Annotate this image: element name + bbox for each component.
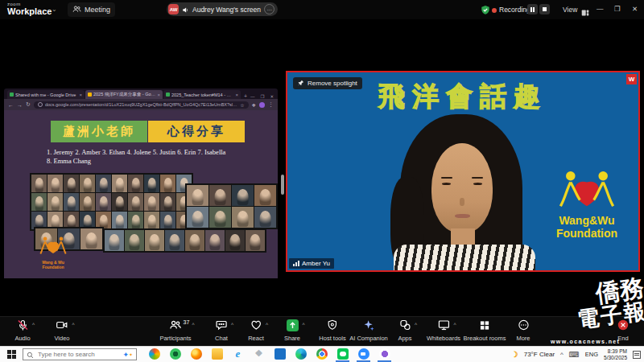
stop-recording-button[interactable] xyxy=(539,4,550,14)
pin-icon xyxy=(298,80,304,88)
zoom-app-taskbar-button[interactable] xyxy=(357,347,370,362)
tray-expand-icon[interactable]: ^ xyxy=(560,351,564,358)
zoom-app-icon xyxy=(358,348,369,360)
search-icon xyxy=(27,348,34,362)
participant-thumbnail xyxy=(128,193,143,211)
participant-thumbnail xyxy=(160,193,175,211)
dropbox-taskbar-button[interactable]: ❖ xyxy=(252,347,266,362)
participant-thumbnail xyxy=(144,212,159,229)
language-indicator[interactable]: ENG xyxy=(585,351,598,358)
participant-thumbnail xyxy=(128,212,143,229)
line-taskbar-button[interactable] xyxy=(336,347,349,362)
copilot-taskbar-button[interactable] xyxy=(147,347,161,362)
ai-companion-button[interactable]: AI Companion xyxy=(349,320,388,342)
presentation-slide: 蘆洲小老師 心得分享 1. Jeremy 2. Amber 3. Ethan 4… xyxy=(4,110,278,278)
minimize-button[interactable]: — xyxy=(597,5,604,13)
camera-icon xyxy=(56,319,68,334)
chevron-up-icon[interactable]: ^ xyxy=(266,322,268,327)
line-icon xyxy=(337,348,349,360)
shared-screen-pill[interactable]: AW Audrey Wang's screen ⋯ xyxy=(167,2,278,16)
meeting-tab-label: Meeting xyxy=(85,6,110,14)
store-icon xyxy=(275,348,286,360)
chevron-up-icon[interactable]: ^ xyxy=(192,322,195,327)
store-taskbar-button[interactable] xyxy=(273,347,287,362)
participant-thumbnail xyxy=(112,193,127,211)
participant-thumbnail xyxy=(64,175,79,192)
browser-tab: 2025_Teacher token#M14 - Go... × xyxy=(163,90,241,99)
people-icon xyxy=(72,5,81,15)
maximize-button[interactable]: ❐ xyxy=(614,5,621,13)
whiteboards-button[interactable]: ^ Whiteboards xyxy=(427,320,460,342)
view-button[interactable]: View xyxy=(563,6,577,14)
chevron-up-icon[interactable]: ^ xyxy=(415,322,417,327)
student-name-list: 1. Jeremy 2. Amber 3. Ethan 4. Jolene 5.… xyxy=(47,148,262,165)
participant-thumbnail xyxy=(47,175,63,192)
taskbar-clock[interactable]: 8:39 PM5/30/2025 xyxy=(604,348,627,360)
dropbox-icon: ❖ xyxy=(254,348,265,360)
participant-thumbnail xyxy=(185,230,204,251)
slide-title-left: 蘆洲小老師 xyxy=(51,121,147,142)
more-icon xyxy=(518,319,529,334)
chevron-up-icon[interactable]: ^ xyxy=(302,322,304,327)
search-input[interactable] xyxy=(36,350,120,359)
participant-thumbnail xyxy=(80,193,95,211)
windows-logo-icon xyxy=(7,350,16,359)
audio-button[interactable]: ^ Audio xyxy=(14,320,30,342)
taskbar-search[interactable]: ✦ ✦ xyxy=(23,348,137,360)
chevron-up-icon[interactable]: ^ xyxy=(32,322,35,327)
browser-profile-avatar xyxy=(259,102,265,108)
forward-icon: → xyxy=(17,102,23,108)
shield-icon xyxy=(327,319,337,334)
breakout-rooms-button[interactable]: Breakout rooms xyxy=(464,320,506,342)
host-tools-button[interactable]: Host tools xyxy=(319,320,345,342)
people-icon xyxy=(170,319,182,334)
chevron-down-icon[interactable]: ⌄ xyxy=(52,6,57,13)
ie-taskbar-button[interactable]: e xyxy=(231,347,245,362)
participant-thumbnail xyxy=(160,212,175,229)
more-button[interactable]: More xyxy=(516,320,530,342)
chrome-taskbar-button[interactable] xyxy=(315,347,328,362)
tab-close-icon: × xyxy=(79,93,82,97)
close-button[interactable]: ✕ xyxy=(632,5,638,13)
camera-app-taskbar-button[interactable] xyxy=(168,347,182,362)
participant-thumbnail xyxy=(205,230,225,251)
mic-muted-icon xyxy=(17,319,28,335)
participant-thumbnail xyxy=(112,175,127,192)
chat-button[interactable]: ^ Chat xyxy=(215,320,228,342)
chevron-up-icon[interactable]: ^ xyxy=(72,322,74,327)
chat-icon xyxy=(216,319,227,334)
firefox-taskbar-button[interactable] xyxy=(189,347,203,362)
video-button[interactable]: ^ Video xyxy=(54,320,69,342)
avatar: AW xyxy=(168,4,179,14)
chevron-up-icon[interactable]: ^ xyxy=(453,322,456,327)
meet-icon xyxy=(379,348,390,360)
share-button[interactable]: ^ Share xyxy=(284,320,300,342)
browser-tab-strip: Shared with me - Google Drive × 2025 飛洋F… xyxy=(4,88,278,99)
meet-taskbar-button[interactable] xyxy=(378,347,391,362)
participant-thumbnail xyxy=(96,175,111,192)
reload-icon: ↻ xyxy=(26,101,31,108)
tab-meeting[interactable]: Meeting xyxy=(68,2,115,17)
participant-thumbnail xyxy=(31,175,47,192)
keyboard-icon[interactable]: ⌨ xyxy=(569,351,580,359)
chevron-up-icon[interactable]: ^ xyxy=(231,322,233,327)
security-shield-icon xyxy=(481,4,490,19)
meeting-title-bar: zoom Workplace ⌄ Meeting AW Audrey Wang'… xyxy=(0,0,644,19)
explorer-taskbar-button[interactable] xyxy=(210,347,224,362)
drive-icon xyxy=(166,93,170,97)
browser-navbar: ← → ↻ docs.google.com/presentation/d/1Lu… xyxy=(4,99,278,110)
pane-divider-handle[interactable] xyxy=(281,175,284,195)
pause-recording-button[interactable] xyxy=(527,4,538,14)
react-button[interactable]: ^ React xyxy=(248,320,264,342)
view-layout-icon[interactable] xyxy=(581,6,589,20)
more-options-icon[interactable]: ⋯ xyxy=(264,4,275,14)
participants-button[interactable]: 37 ^ Participants xyxy=(159,320,191,342)
apps-button[interactable]: ^ Apps xyxy=(398,320,411,342)
start-button[interactable] xyxy=(0,347,23,362)
edge-taskbar-button[interactable] xyxy=(294,347,308,362)
notification-center-icon[interactable] xyxy=(633,351,641,359)
participant-thumbnail xyxy=(145,230,164,251)
remove-spotlight-button[interactable]: Remove spotlight xyxy=(293,77,362,89)
weather-widget[interactable]: 73°F Clear xyxy=(524,351,555,358)
extensions-icon: ❖ xyxy=(252,102,256,108)
